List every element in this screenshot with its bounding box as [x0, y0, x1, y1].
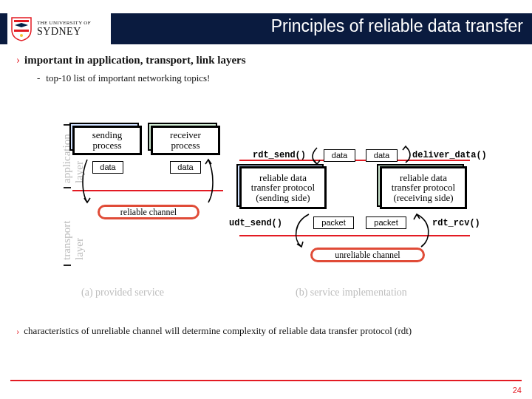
tick-mark [64, 187, 71, 188]
reliable-channel-box: reliable channel [98, 205, 200, 219]
rdt-rcv-label: rdt_rcv() [432, 218, 480, 228]
caption-a: (a) provided service [81, 287, 164, 299]
rdt-sending-box: reliable data transfer protocol (sending… [239, 166, 327, 209]
packet-label: packet [313, 216, 354, 229]
rdt-diagram: application layer transport layer sendin… [22, 102, 510, 309]
svg-rect-1 [14, 30, 29, 32]
svg-rect-0 [14, 20, 29, 22]
arrow-up-icon [411, 214, 436, 250]
bullet-2: -top-10 list of important networking top… [37, 72, 516, 84]
bullet-list: ›important in application, transport, li… [16, 53, 516, 84]
rdt-receiving-box: reliable data transfer protocol (receivi… [380, 166, 467, 209]
caption-b: (b) service implementation [296, 287, 407, 299]
university-logo: THE UNIVERSITY OF SYDNEY [7, 7, 111, 50]
arrow-down-icon [309, 148, 325, 166]
crest-icon [10, 16, 33, 41]
arrow-down-icon [80, 160, 95, 205]
data-label: data [324, 149, 355, 162]
bullet-1: ›important in application, transport, li… [16, 53, 516, 66]
data-label: data [92, 161, 123, 174]
receiver-process-box: receiver process [151, 126, 220, 155]
arrow-up-icon [398, 146, 414, 164]
svg-point-2 [20, 34, 23, 37]
data-label: data [170, 161, 201, 174]
tick-mark [64, 265, 71, 266]
arrow-down-icon [288, 214, 313, 250]
footer-bullet: ›characteristics of unreliable channel w… [16, 325, 516, 337]
udt-send-label: udt_send() [229, 218, 282, 228]
page-number: 24 [513, 386, 522, 395]
footer-divider [10, 380, 522, 381]
slide-title: Principles of reliable data transfer [271, 16, 523, 36]
label-transport-layer: transport layer [61, 221, 86, 260]
packet-label: packet [366, 216, 406, 229]
rdt-send-label: rdt_send() [253, 150, 306, 160]
data-label: data [366, 149, 398, 162]
unreliable-channel-box: unreliable channel [310, 248, 425, 262]
sending-process-box: sending process [72, 126, 142, 155]
logo-small-text: THE UNIVERSITY OF [37, 20, 91, 26]
deliver-data-label: deliver_data() [412, 150, 487, 160]
arrow-up-icon [201, 160, 216, 205]
logo-big-text: SYDNEY [37, 26, 91, 38]
